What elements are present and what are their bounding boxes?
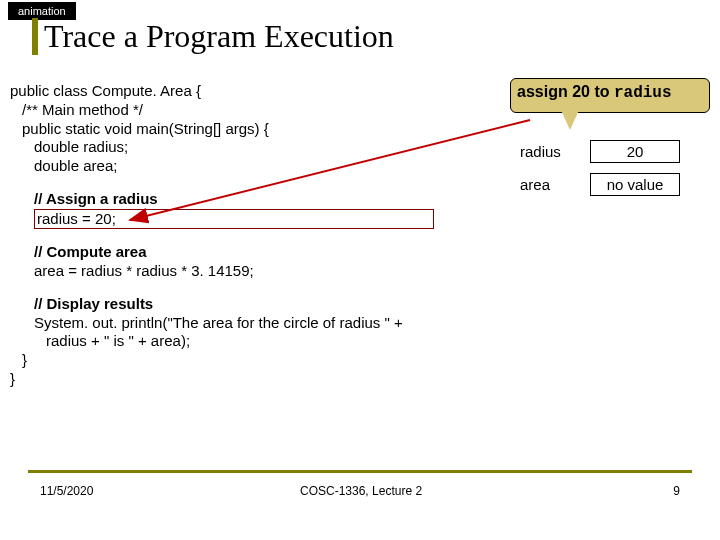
footer-divider bbox=[28, 470, 692, 473]
code-line: } bbox=[22, 351, 434, 370]
title-wrap: Trace a Program Execution bbox=[32, 18, 394, 55]
footer-date: 11/5/2020 bbox=[40, 484, 93, 498]
code-comment: // Compute area bbox=[34, 243, 434, 262]
code-line: area = radius * radius * 3. 14159; bbox=[34, 262, 434, 281]
code-line: public static void main(String[] args) { bbox=[22, 120, 434, 139]
callout-bubble: assign 20 to radius bbox=[510, 78, 710, 113]
footer-page: 9 bbox=[673, 484, 680, 498]
code-comment: // Assign a radius bbox=[34, 190, 434, 209]
code-block: public class Compute. Area { /** Main me… bbox=[10, 82, 434, 389]
code-line: radius + " is " + area); bbox=[46, 332, 434, 351]
code-line: } bbox=[10, 370, 434, 389]
code-line: /** Main method */ bbox=[22, 101, 434, 120]
code-line: System. out. println("The area for the c… bbox=[34, 314, 434, 333]
var-row-radius: radius 20 bbox=[520, 140, 680, 163]
code-line: double area; bbox=[34, 157, 434, 176]
code-line: double radius; bbox=[34, 138, 434, 157]
footer-course: COSC-1336, Lecture 2 bbox=[300, 484, 422, 498]
code-line-highlight: radius = 20; bbox=[34, 209, 434, 230]
variable-table: radius 20 area no value bbox=[520, 140, 680, 206]
var-label: radius bbox=[520, 143, 590, 160]
var-row-area: area no value bbox=[520, 173, 680, 196]
code-line-text: radius = 20; bbox=[37, 210, 116, 227]
callout-tail bbox=[560, 108, 580, 130]
code-comment: // Display results bbox=[34, 295, 434, 314]
var-value: no value bbox=[590, 173, 680, 196]
var-label: area bbox=[520, 176, 590, 193]
callout-prefix: assign 20 to bbox=[517, 83, 614, 100]
var-value: 20 bbox=[590, 140, 680, 163]
slide-title: Trace a Program Execution bbox=[44, 18, 394, 55]
callout-var: radius bbox=[614, 84, 672, 102]
code-line: public class Compute. Area { bbox=[10, 82, 434, 101]
